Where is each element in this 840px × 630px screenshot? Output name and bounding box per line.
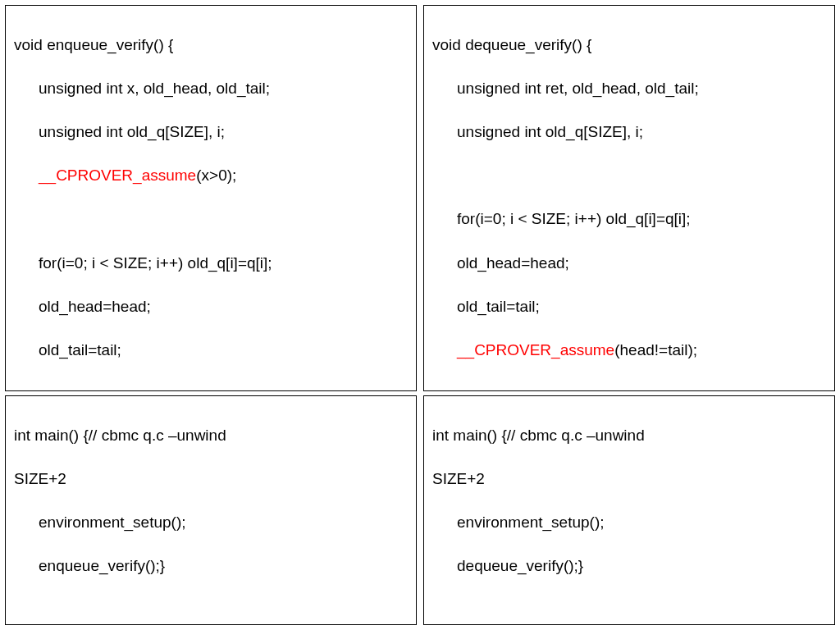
code-line: int main() {// cbmc q.c –unwind [14, 425, 408, 447]
code-panels-grid: void enqueue_verify() { unsigned int x, … [5, 5, 835, 625]
code-text: (x>0); [196, 167, 236, 184]
panel-main-dequeue: int main() {// cbmc q.c –unwind SIZE+2 e… [423, 395, 835, 625]
code-line: unsigned int old_q[SIZE], i; [14, 121, 408, 144]
blank-line [14, 383, 408, 391]
code-line: unsigned int x, old_head, old_tail; [14, 78, 408, 100]
code-line: SIZE+2 [432, 468, 826, 491]
blank-line [14, 208, 408, 231]
code-line: void dequeue_verify() { [432, 34, 826, 57]
code-line: __CPROVER_assume(head!=tail); [432, 340, 826, 362]
code-line: void enqueue_verify() { [14, 34, 408, 57]
code-line: for(i=0; i < SIZE; i++) old_q[i]=q[i]; [432, 208, 826, 231]
code-line: enqueue_verify();} [14, 555, 408, 578]
code-line: dequeue_verify();} [432, 555, 826, 578]
code-line: unsigned int old_q[SIZE], i; [432, 121, 826, 144]
blank-line [432, 383, 826, 391]
code-line: environment_setup(); [14, 512, 408, 534]
code-line: old_head=head; [14, 296, 408, 318]
code-line: int main() {// cbmc q.c –unwind [432, 425, 826, 447]
code-text: (head!=tail); [614, 341, 697, 358]
code-line: __CPROVER_assume(x>0); [14, 165, 408, 187]
code-line: old_tail=tail; [14, 340, 408, 362]
keyword-cprover-assume: __CPROVER_assume [457, 341, 614, 358]
code-line: for(i=0; i < SIZE; i++) old_q[i]=q[i]; [14, 253, 408, 275]
panel-main-enqueue: int main() {// cbmc q.c –unwind SIZE+2 e… [5, 395, 417, 625]
code-line: old_tail=tail; [432, 296, 826, 318]
code-line: old_head=head; [432, 253, 826, 275]
blank-line [432, 165, 826, 187]
code-line: environment_setup(); [432, 512, 826, 534]
code-line: unsigned int ret, old_head, old_tail; [432, 78, 826, 100]
code-line: SIZE+2 [14, 468, 408, 491]
panel-dequeue-verify: void dequeue_verify() { unsigned int ret… [423, 5, 835, 391]
panel-enqueue-verify: void enqueue_verify() { unsigned int x, … [5, 5, 417, 391]
keyword-cprover-assume: __CPROVER_assume [39, 167, 196, 184]
